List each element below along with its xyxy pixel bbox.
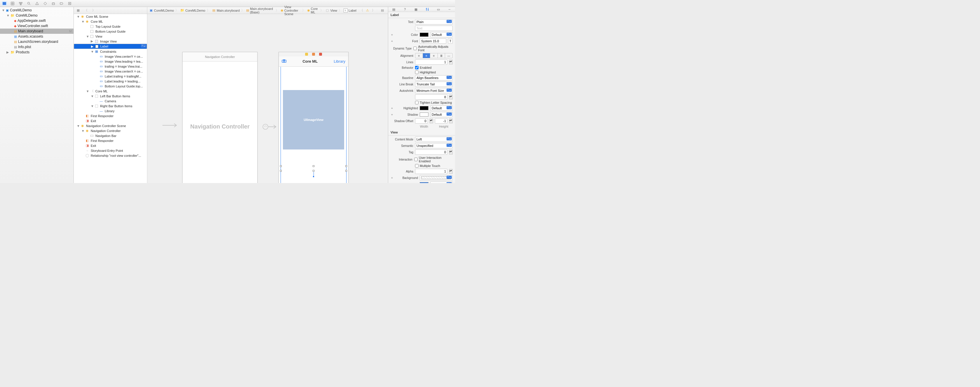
outline-row[interactable]: ▼View [74,34,147,39]
align-left[interactable]: ≡ [415,53,423,58]
add-variation-icon[interactable]: + [391,33,393,36]
add-variation-icon[interactable]: + [391,113,393,116]
outline-row[interactable]: ▭Image View.leading = lea... [74,59,147,64]
breadcrumb-storyboard-base[interactable]: ▤Main.storyboard (Base)〉 [246,7,280,14]
resize-handle[interactable] [345,170,347,172]
first-responder-dock-icon[interactable] [312,53,315,56]
outline-row[interactable]: ◧First Responder [74,138,147,143]
exit-dock-icon[interactable] [319,53,322,56]
add-variation-icon[interactable]: + [391,176,393,179]
outline-row[interactable]: —Camera [74,98,147,103]
outline-row[interactable]: Navigation Bar [74,133,147,138]
constraint-handle[interactable] [313,176,314,177]
outline-row[interactable]: ▼Left Bar Button Items [74,94,147,98]
file-main-storyboard[interactable]: ▤Main.storyboard M [0,29,73,34]
size-inspector-tab[interactable]: ▭ [436,7,441,12]
disclosure-triangle[interactable]: ▶ [91,39,93,43]
multiple-touch-checkbox[interactable] [415,164,418,168]
breadcrumb-folder[interactable]: 📁CoreMLDemo〉 [180,8,211,13]
resize-handle[interactable] [313,165,314,167]
breadcrumb-vc[interactable]: ◉Core ML〉 [307,7,325,14]
outline-row[interactable]: Bottom Layout Guide [74,29,147,34]
align-right[interactable]: ≡ [430,53,438,58]
outline-row[interactable]: ▶Image View [74,39,147,44]
vc-root-view[interactable]: UIImageView [279,67,348,183]
lines-input[interactable]: 1 [415,59,447,65]
resize-handle[interactable] [280,170,282,172]
linebreak-select[interactable]: Truncate Tail [415,82,453,87]
outline-row[interactable]: →Storyboard Entry Point [74,148,147,153]
source-control-tab[interactable] [10,1,15,6]
outline-row[interactable]: —Library [74,108,147,113]
outline-row[interactable]: ▭Label.leading = leading... [74,79,147,84]
user-interaction-checkbox[interactable] [414,158,418,161]
outline-row[interactable]: ▭Image View.centerX = ce... [74,69,147,74]
project-navigator-tab[interactable] [2,1,7,6]
add-variation-icon[interactable]: + [391,106,393,110]
folder-coremldemo[interactable]: ▼📁CoreMLDemo [0,13,73,18]
enabled-checkbox[interactable] [415,66,418,69]
tint-select[interactable]: Default [430,182,453,183]
uiimageview[interactable]: UIImageView [283,90,344,149]
project-root[interactable]: ▼▣CoreMLDemo [0,8,73,13]
highlighted-swatch[interactable] [420,106,428,110]
align-natural[interactable]: --- [445,53,452,58]
autoshrink-select[interactable]: Minimum Font Size [415,88,453,93]
breadcrumb-label[interactable]: LLabel [343,8,357,13]
outline-row[interactable]: ◨Exit [74,118,147,123]
disclosure-triangle[interactable]: ▼ [86,35,88,38]
font-picker-button[interactable]: T [448,38,453,44]
outline-row[interactable]: ◧First Responder [74,113,147,118]
library-bar-button[interactable]: Library [334,59,345,63]
related-items-icon[interactable]: ▦ [76,8,81,12]
background-select[interactable] [420,175,453,181]
alpha-input[interactable]: 1 [415,169,447,174]
label-selection[interactable] [281,166,347,171]
connections-inspector-tab[interactable]: → [447,7,452,12]
back-button[interactable]: 〈 [83,8,89,13]
outline-row[interactable]: ▼〈Core ML [74,89,147,94]
disclosure-triangle[interactable]: ▼ [91,94,93,98]
shadow-width-input[interactable]: 0 [415,118,428,124]
text-value-input[interactable]: Text [415,25,453,31]
outline-row[interactable]: ▭Image View.centerY = ce... [74,54,147,59]
align-center[interactable]: ≡ [423,53,431,58]
breadcrumb-coremldemo[interactable]: ▣CoreMLDemo〉 [148,8,180,13]
text-style-select[interactable]: Plain [415,19,453,24]
shadow-h-stepper[interactable]: ▴▾ [449,119,453,123]
file-assets[interactable]: ▦Assets.xcassets [0,34,73,39]
file-launchscreen[interactable]: ▤LaunchScreen.storyboard [0,39,73,44]
disclosure-triangle[interactable]: ▼ [77,15,79,18]
font-field[interactable]: System 15.0 [420,38,446,44]
next-issue-icon[interactable]: 〉 [371,8,376,13]
outline-row[interactable]: ▼▦Constraints [74,49,147,54]
disclosure-triangle[interactable]: ▶ [91,44,93,48]
outline-row[interactable]: ▼Right Bar Button Items [74,103,147,108]
issue-navigator-tab[interactable] [34,1,40,6]
shadow-height-input[interactable]: -1 [435,118,448,124]
color-select[interactable]: Default [430,32,453,37]
baseline-select[interactable]: Align Baselines [415,75,453,81]
resize-handle[interactable] [345,165,347,167]
core-ml-view-controller[interactable]: Core ML Library UIImageView [278,52,348,183]
outline-row[interactable]: ▭Label.trailing = trailingM... [74,74,147,79]
lines-stepper[interactable]: ▴▾ [449,60,453,64]
disclosure-triangle[interactable]: ▼ [91,50,93,53]
autoshrink-value-input[interactable]: 8 [415,94,447,100]
outline-row[interactable]: ◨Exit [74,143,147,148]
disclosure-triangle[interactable]: ▼ [81,20,84,23]
folder-products[interactable]: ▶📁Products [0,49,73,55]
debug-navigator-tab[interactable] [51,1,56,6]
tag-input[interactable]: 0 [415,149,447,155]
attributes-inspector-tab[interactable] [425,7,430,12]
find-navigator-tab[interactable] [26,1,32,6]
tint-swatch[interactable] [420,182,428,183]
disclosure-triangle[interactable]: ▼ [77,124,79,128]
symbol-navigator-tab[interactable] [18,1,23,6]
semantic-select[interactable]: Unspecified [415,143,453,148]
file-appdelegate[interactable]: ◆AppDelegate.swift [0,18,73,23]
disclosure-triangle[interactable]: ▼ [81,129,84,133]
color-swatch[interactable] [420,33,428,37]
canvas-body[interactable]: Navigation Controller Navigation Control… [147,14,388,183]
warning-icon[interactable]: ⚠ [366,8,369,12]
